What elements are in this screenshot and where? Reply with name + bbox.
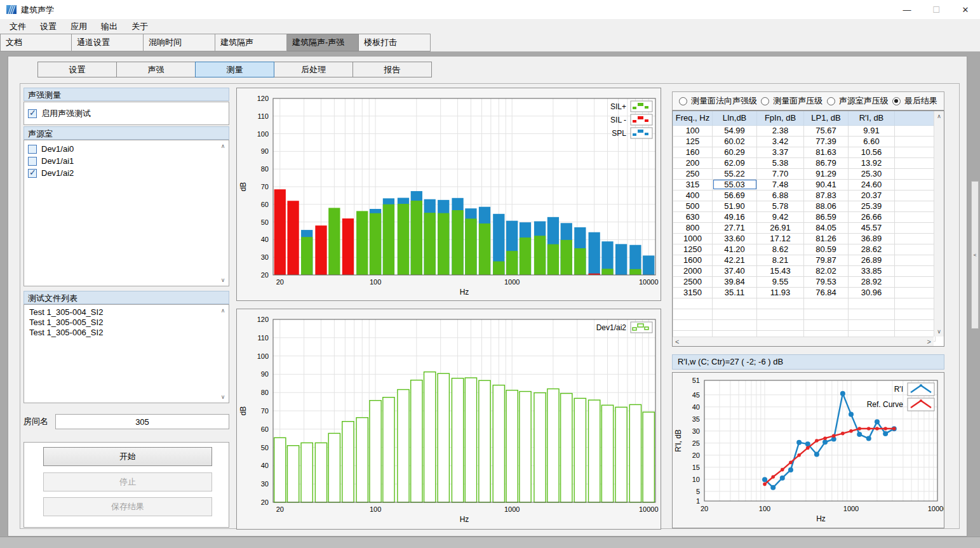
menu-item-4[interactable]: 关于: [124, 19, 155, 34]
table-cell[interactable]: [804, 298, 849, 309]
source-room-item-2[interactable]: Dev1/ai2: [24, 167, 229, 179]
table-cell[interactable]: 51.90: [713, 201, 757, 211]
table-cell[interactable]: [895, 190, 936, 201]
table-cell[interactable]: 35.11: [713, 287, 757, 298]
checkbox-icon[interactable]: [28, 169, 37, 178]
table-cell[interactable]: [895, 179, 936, 190]
table-cell[interactable]: 17.12: [757, 233, 804, 244]
scroll-right-icon[interactable]: >: [927, 337, 931, 346]
table-cell[interactable]: 55.03: [713, 179, 757, 190]
table-cell[interactable]: 3150: [673, 287, 713, 298]
table-cell[interactable]: 42.21: [713, 255, 757, 265]
table-cell[interactable]: [895, 125, 936, 136]
table-cell[interactable]: 1600: [673, 255, 713, 265]
table-cell[interactable]: 60.02: [713, 136, 757, 147]
table-cell[interactable]: [895, 319, 936, 330]
table-cell[interactable]: 250: [673, 168, 713, 179]
menu-item-3[interactable]: 输出: [94, 19, 124, 34]
checkbox-icon[interactable]: [28, 145, 37, 154]
table-cell[interactable]: [713, 319, 757, 330]
table-cell[interactable]: 84.05: [804, 222, 849, 233]
table-cell[interactable]: [895, 287, 936, 298]
table-cell[interactable]: 26.89: [849, 255, 895, 265]
radio-icon[interactable]: [761, 97, 769, 105]
table-cell[interactable]: 25.30: [849, 168, 895, 179]
table-cell[interactable]: [895, 233, 936, 244]
table-cell[interactable]: 9.55: [757, 276, 804, 287]
table-cell[interactable]: 8.62: [757, 244, 804, 255]
table-cell[interactable]: 10.56: [849, 147, 895, 157]
radio-icon[interactable]: [679, 97, 687, 105]
table-cell[interactable]: 2000: [673, 265, 713, 276]
table-cell[interactable]: 1000: [673, 233, 713, 244]
table-cell[interactable]: [673, 309, 713, 319]
table-cell[interactable]: [895, 276, 936, 287]
scroll-down-icon[interactable]: ∨: [934, 328, 944, 335]
checkbox-icon[interactable]: [28, 157, 37, 166]
table-cell[interactable]: 5.38: [757, 157, 804, 168]
scroll-up-icon[interactable]: ∧: [219, 307, 227, 314]
table-cell[interactable]: [895, 222, 936, 233]
table-cell[interactable]: [849, 298, 895, 309]
table-cell[interactable]: 86.79: [804, 157, 849, 168]
table-cell[interactable]: [757, 298, 804, 309]
main-tab-2[interactable]: 混响时间: [144, 34, 215, 51]
menu-item-1[interactable]: 设置: [33, 19, 64, 34]
radio-option-0[interactable]: 测量面法向声强级: [679, 95, 757, 107]
table-cell[interactable]: 56.69: [713, 190, 757, 201]
table-cell[interactable]: 79.53: [804, 276, 849, 287]
table-cell[interactable]: [757, 309, 804, 319]
table-hscrollbar[interactable]: < >: [673, 337, 934, 346]
sub-tab-0[interactable]: 设置: [37, 62, 117, 77]
table-cell[interactable]: [895, 265, 936, 276]
table-cell[interactable]: 76.84: [804, 287, 849, 298]
scroll-down-icon[interactable]: ∨: [219, 394, 227, 400]
minimize-button[interactable]: —: [892, 0, 922, 19]
table-cell[interactable]: 13.92: [849, 157, 895, 168]
table-cell[interactable]: 36.89: [849, 233, 895, 244]
table-cell[interactable]: 3.42: [757, 136, 804, 147]
table-cell[interactable]: [895, 201, 936, 211]
table-cell[interactable]: 500: [673, 201, 713, 211]
table-cell[interactable]: 62.09: [713, 157, 757, 168]
close-button[interactable]: ✕: [951, 0, 980, 19]
table-cell[interactable]: 79.87: [804, 255, 849, 265]
table-cell[interactable]: 81.63: [804, 147, 849, 157]
table-cell[interactable]: 30.96: [849, 287, 895, 298]
table-cell[interactable]: [673, 319, 713, 330]
room-name-input[interactable]: [55, 414, 229, 429]
table-cell[interactable]: 630: [673, 211, 713, 222]
table-cell[interactable]: 60.29: [713, 147, 757, 157]
table-cell[interactable]: 54.99: [713, 125, 757, 136]
table-cell[interactable]: [895, 255, 936, 265]
test-file-item-2[interactable]: Test 1_305-006_SI2: [24, 328, 229, 338]
table-cell[interactable]: [804, 319, 849, 330]
main-tab-1[interactable]: 通道设置: [72, 34, 144, 51]
main-tab-5[interactable]: 楼板打击: [359, 34, 431, 51]
table-cell[interactable]: 315: [673, 179, 713, 190]
table-cell[interactable]: 7.48: [757, 179, 804, 190]
scroll-up-icon[interactable]: ∧: [219, 143, 227, 149]
table-cell[interactable]: [895, 157, 936, 168]
radio-icon[interactable]: [827, 97, 835, 105]
table-cell[interactable]: 90.41: [804, 179, 849, 190]
table-cell[interactable]: 91.29: [804, 168, 849, 179]
table-cell[interactable]: 55.22: [713, 168, 757, 179]
menu-item-2[interactable]: 应用: [64, 19, 94, 34]
table-cell[interactable]: [895, 309, 936, 319]
table-cell[interactable]: 800: [673, 222, 713, 233]
sub-tab-1[interactable]: 声强: [116, 62, 196, 77]
table-cell[interactable]: 45.57: [849, 222, 895, 233]
table-cell[interactable]: 6.60: [849, 136, 895, 147]
sub-tab-4[interactable]: 报告: [352, 62, 432, 77]
table-cell[interactable]: 49.16: [713, 211, 757, 222]
table-cell[interactable]: 75.67: [804, 125, 849, 136]
table-cell[interactable]: 11.93: [757, 287, 804, 298]
stop-button[interactable]: 停止: [43, 472, 212, 491]
main-tab-0[interactable]: 文档: [0, 34, 72, 51]
table-cell[interactable]: 80.59: [804, 244, 849, 255]
test-file-item-1[interactable]: Test 1_305-005_SI2: [24, 317, 229, 328]
table-vscrollbar[interactable]: ∧ ∨: [934, 111, 944, 337]
scroll-down-icon[interactable]: ∨: [219, 277, 227, 283]
table-cell[interactable]: 24.60: [849, 179, 895, 190]
